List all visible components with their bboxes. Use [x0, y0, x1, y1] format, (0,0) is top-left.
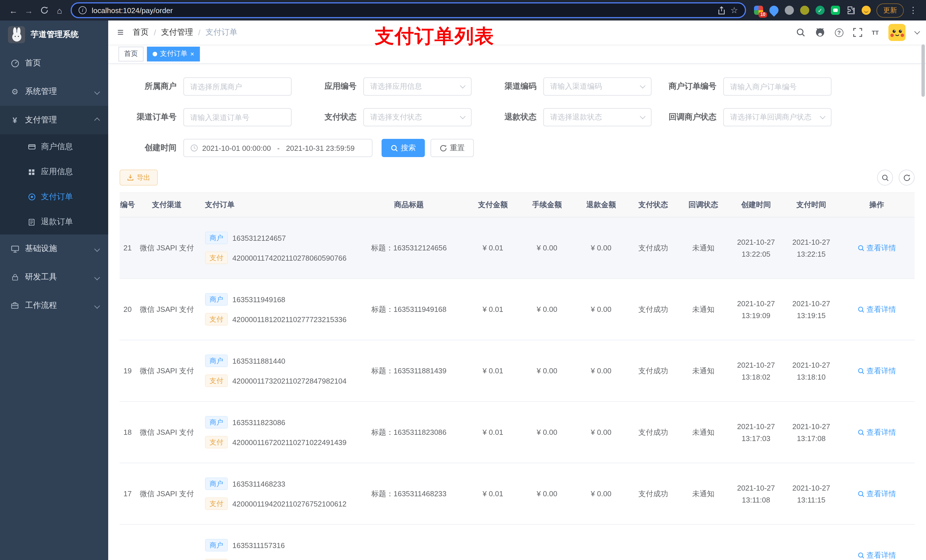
profile-avatar-icon[interactable]	[862, 6, 871, 15]
extension-chat-icon[interactable]	[831, 6, 840, 15]
pay-order-no: 4200001194202110276752100612	[232, 500, 346, 508]
toggle-search-button[interactable]	[877, 170, 893, 186]
sidebar-item-dev-tools[interactable]: 研发工具	[0, 263, 108, 291]
breadcrumb-payment[interactable]: 支付管理	[161, 27, 193, 38]
merchant-order-no: 1635311157316	[232, 541, 285, 549]
tab-pay-order[interactable]: 支付订单 ×	[147, 46, 200, 61]
chevron-down-icon	[460, 83, 466, 88]
collapse-sidebar-icon[interactable]: ≡	[108, 26, 133, 39]
cell-channel: 微信 JSAPI 支付	[136, 463, 198, 524]
sidebar-item-infra[interactable]: 基础设施	[0, 234, 108, 263]
font-size-icon[interactable]: TT	[872, 29, 879, 36]
update-button[interactable]: 更新	[876, 3, 904, 17]
cell-actions: 查看详情	[839, 402, 915, 463]
user-avatar[interactable]	[888, 24, 905, 41]
scrollbar-thumb[interactable]	[921, 44, 925, 97]
merchant-filter-input[interactable]	[183, 77, 292, 96]
sidebar-item-pay-order[interactable]: 支付订单	[0, 184, 108, 210]
bookmark-star-icon[interactable]: ☆	[730, 5, 738, 15]
briefcase-icon	[10, 302, 20, 309]
pay-status-filter-select[interactable]: 请选择支付状态	[363, 108, 472, 126]
cell-status	[628, 525, 678, 560]
main-area: 支付订单列表 ≡ 首页 / 支付管理 / 支付订单 ?	[108, 21, 926, 560]
view-detail-link[interactable]: 查看详情	[857, 304, 896, 314]
view-detail-link[interactable]: 查看详情	[857, 550, 896, 560]
channel-order-no-filter-input[interactable]	[183, 108, 292, 126]
extension-olive-icon[interactable]	[800, 6, 809, 15]
search-icon[interactable]	[796, 28, 805, 37]
close-icon[interactable]: ×	[190, 50, 194, 57]
channel-code-filter-select[interactable]: 请输入渠道编码	[543, 77, 652, 96]
home-icon[interactable]: ⌂	[52, 3, 67, 18]
github-icon[interactable]	[815, 27, 825, 38]
cell-create-time: 2021-10-2713:22:05	[728, 217, 784, 278]
merchant-order-no: 1635311949168	[232, 295, 285, 303]
sidebar-item-home[interactable]: 首页	[0, 49, 108, 77]
view-detail-link[interactable]: 查看详情	[857, 366, 896, 376]
view-detail-link[interactable]: 查看详情	[857, 427, 896, 437]
channel-code-filter-label: 渠道编码	[480, 82, 543, 92]
lock-icon	[10, 273, 20, 281]
cell-refund: ¥ 0.00	[574, 217, 628, 278]
col-pay-time: 支付时间	[784, 193, 839, 217]
app-no-filter-select[interactable]: 请选择应用信息	[363, 77, 472, 96]
share-icon[interactable]	[717, 6, 725, 15]
screen: ← → ⌂ i localhost:1024/pay/order ☆ 10 ✓	[0, 0, 926, 560]
reload-icon[interactable]	[36, 3, 52, 18]
view-detail-link[interactable]: 查看详情	[857, 489, 896, 499]
sidebar-item-payment[interactable]: ¥ 支付管理	[0, 106, 108, 134]
view-detail-link[interactable]: 查看详情	[857, 243, 896, 253]
search-button[interactable]: 搜索	[381, 139, 425, 157]
breadcrumb-home[interactable]: 首页	[133, 27, 149, 38]
merchant-tag: 商户	[205, 539, 228, 551]
extension-gray-icon[interactable]	[785, 6, 794, 15]
sidebar-item-label: 基础设施	[25, 244, 57, 254]
cell-title: 标题：1635311881439	[352, 340, 466, 401]
help-icon[interactable]: ?	[835, 28, 843, 37]
cell-order: 商户 1635311157316 支付	[198, 525, 352, 560]
extension-slots-icon[interactable]: 10	[754, 6, 763, 15]
cell-id: 18	[120, 402, 136, 463]
extension-area: 10 ✓	[750, 6, 874, 15]
pay-order-no: 4200001167202110271022491439	[232, 438, 346, 447]
extension-check-icon[interactable]: ✓	[816, 6, 825, 15]
url-bar[interactable]: i localhost:1024/pay/order ☆	[71, 2, 746, 18]
extension-pin-icon[interactable]	[767, 4, 780, 17]
cell-order: 商户 1635311823086 支付 42000011672021102710…	[198, 402, 352, 463]
sidebar-item-refund-order[interactable]: 退款订单	[0, 210, 108, 234]
back-icon[interactable]: ←	[6, 3, 21, 18]
tab-home[interactable]: 首页	[118, 46, 144, 61]
refresh-table-button[interactable]	[899, 170, 915, 186]
forward-icon[interactable]: →	[21, 3, 36, 18]
export-button[interactable]: 导出	[120, 170, 158, 186]
cell-title: 标题：1635311468233	[352, 463, 466, 524]
cell-channel: 微信 JSAPI 支付	[136, 402, 198, 463]
cell-channel: 微信 JSAPI 支付	[136, 279, 198, 340]
cell-order: 商户 1635311468233 支付 42000011942021102767…	[198, 463, 352, 524]
fullscreen-icon[interactable]	[853, 28, 862, 37]
cell-notify: 未通知	[678, 463, 728, 524]
sidebar-item-workflow[interactable]: 工作流程	[0, 291, 108, 320]
merchant-order-no-filter-input[interactable]	[723, 77, 831, 96]
avatar-caret-icon[interactable]	[914, 29, 920, 35]
reset-button[interactable]: 重置	[431, 139, 474, 157]
extensions-puzzle-icon[interactable]	[846, 6, 855, 15]
col-channel: 支付渠道	[136, 193, 198, 217]
sidebar-item-merchant-info[interactable]: 商户信息	[0, 134, 108, 159]
sidebar-item-app-info[interactable]: 应用信息	[0, 159, 108, 184]
cell-fee: ¥ 0.00	[520, 402, 574, 463]
cell-notify: 未通知	[678, 217, 728, 278]
cell-notify: 未通知	[678, 340, 728, 401]
sidebar-item-system[interactable]: ⚙ 系统管理	[0, 77, 108, 106]
browser-menu-icon[interactable]: ⋮	[906, 5, 920, 15]
cell-title: 标题：1635312124656	[352, 217, 466, 278]
target-icon	[27, 193, 36, 201]
channel-order-no-filter-label: 渠道订单号	[120, 112, 183, 122]
notify-status-filter-select[interactable]: 请选择订单回调商户状态	[723, 108, 831, 126]
merchant-order-no: 1635311823086	[232, 418, 285, 427]
sidebar-item-label: 支付订单	[41, 192, 73, 202]
create-time-range-picker[interactable]: 2021-10-01 00:00:00 - 2021-10-31 23:59:5…	[183, 139, 372, 157]
refund-status-filter-select[interactable]: 请选择退款状态	[543, 108, 652, 126]
cell-order: 商户 1635311881440 支付 42000011732021102728…	[198, 340, 352, 401]
site-info-icon[interactable]: i	[79, 6, 86, 14]
